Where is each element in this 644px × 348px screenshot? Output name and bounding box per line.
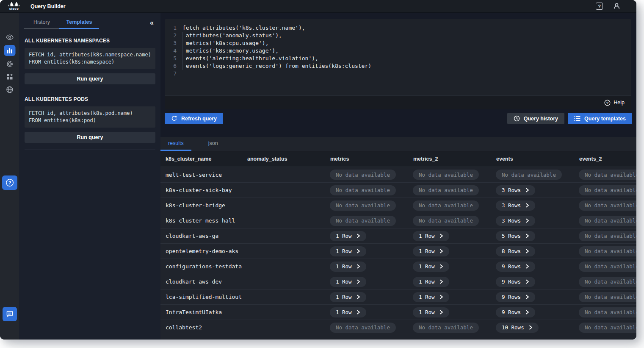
rows-drilldown-pill[interactable]: 1 Row (413, 292, 449, 302)
rows-drilldown-pill[interactable]: 1 Row (413, 262, 449, 272)
cluster-name-cell: configurations-testdata (160, 263, 242, 270)
editor-line[interactable]: 1fetch attributes('k8s.cluster.name'), (165, 24, 631, 32)
no-data-pill: No data available (413, 185, 479, 195)
data-cell: 3 Rows (491, 185, 574, 195)
rows-count-label: 1 Row (336, 233, 352, 239)
editor-line[interactable]: 4 metrics('k8s:memory.usage'), (165, 47, 631, 55)
gear-icon[interactable] (6, 60, 14, 68)
rows-drilldown-pill[interactable]: 9 Rows (496, 277, 535, 287)
data-cell: 1 Row (325, 262, 408, 272)
rows-drilldown-pill[interactable]: 3 Rows (496, 200, 535, 211)
help-circle-icon[interactable]: ? (2, 175, 17, 190)
editor-line[interactable]: 5 events('alerting:healthrule.violation'… (165, 55, 631, 62)
refresh-icon (171, 115, 177, 122)
editor-line[interactable]: 6 events('logs:generic_record') from ent… (165, 62, 631, 70)
rows-drilldown-pill[interactable]: 9 Rows (496, 262, 535, 272)
template-title: ALL KUBERNETES NAMESPACES (25, 38, 155, 44)
rows-drilldown-pill[interactable]: 8 Rows (496, 246, 535, 256)
no-data-pill: No data available (496, 170, 562, 180)
query-editor: 1fetch attributes('k8s.cluster.name'),2 … (165, 19, 631, 109)
no-data-pill: No data available (413, 170, 479, 180)
dashboard-add-icon[interactable] (6, 73, 13, 80)
feedback-chat-icon[interactable] (3, 307, 17, 321)
rows-drilldown-pill[interactable]: 1 Row (330, 292, 366, 302)
data-cell: No data available (574, 246, 636, 256)
editor-code[interactable]: 1fetch attributes('k8s.cluster.name'),2 … (165, 19, 631, 95)
refresh-query-button[interactable]: Refresh query (165, 113, 223, 124)
rows-drilldown-pill[interactable]: 1 Row (413, 277, 449, 287)
help-box-icon[interactable]: ? (596, 3, 603, 10)
data-cell: 1 Row (408, 307, 491, 317)
rows-drilldown-pill[interactable]: 1 Row (413, 231, 449, 241)
query-templates-button[interactable]: Query templates (568, 113, 632, 124)
table-row: cloudkart-aws-dev1 Row1 Row9 RowsNo data… (160, 274, 636, 289)
rows-drilldown-pill[interactable]: 9 Rows (496, 292, 535, 302)
rows-drilldown-pill[interactable]: 1 Row (413, 246, 449, 256)
tab-results[interactable]: results (160, 137, 191, 151)
data-cell: No data available (574, 277, 636, 287)
data-cell: 10 Rows (491, 323, 574, 333)
code-text: events('logs:generic_record') from entit… (182, 62, 371, 70)
no-data-pill: No data available (579, 292, 636, 302)
collapse-panel-chevrons[interactable]: « (150, 19, 155, 29)
editor-footer: ? Help (165, 95, 631, 109)
sidebar-item-query-builder[interactable] (4, 45, 15, 56)
no-data-pill: No data available (330, 185, 396, 195)
tab-json[interactable]: json (201, 137, 226, 151)
data-cell: No data available (574, 185, 636, 195)
editor-line[interactable]: 2 attributes('anomaly.status'), (165, 32, 631, 39)
chevron-right-icon (525, 295, 529, 299)
user-icon[interactable] (613, 3, 620, 10)
panel-divider (25, 150, 155, 150)
editor-line[interactable]: 7 (165, 70, 631, 78)
chevron-right-icon (357, 279, 360, 284)
editor-line[interactable]: 3 metrics('k8s:cpu.usage'), (165, 39, 631, 47)
bar-chart-icon (7, 48, 13, 53)
rows-count-label: 9 Rows (502, 309, 521, 315)
rows-drilldown-pill[interactable]: 1 Row (330, 262, 366, 272)
code-text: events('alerting:healthrule.violation'), (182, 55, 318, 62)
template-query-snippet: FETCH id, attributes(k8s.namespace.name)… (25, 48, 155, 69)
data-cell: 1 Row (408, 231, 491, 241)
data-cell: 1 Row (325, 292, 408, 302)
chevron-right-icon (525, 234, 529, 238)
chevron-right-icon (357, 310, 360, 315)
tab-templates[interactable]: Templates (59, 17, 99, 29)
rows-drilldown-pill[interactable]: 1 Row (330, 277, 366, 287)
query-history-button[interactable]: Query history (507, 113, 564, 124)
data-cell: No data available (574, 170, 636, 180)
globe-icon[interactable] (6, 86, 13, 93)
rows-drilldown-pill[interactable]: 10 Rows (496, 323, 539, 333)
data-cell: No data available (325, 170, 408, 180)
chevron-right-icon (525, 264, 529, 269)
rows-drilldown-pill[interactable]: 1 Row (330, 231, 366, 241)
rows-drilldown-pill[interactable]: 3 Rows (496, 185, 535, 195)
rows-drilldown-pill[interactable]: 1 Row (413, 307, 449, 317)
rows-drilldown-pill[interactable]: 3 Rows (496, 216, 535, 226)
data-cell: No data available (325, 216, 408, 226)
run-query-button[interactable]: Run query (25, 73, 155, 84)
rows-drilldown-pill[interactable]: 5 Rows (496, 231, 535, 241)
table-row: k8s-cluster-mess-hallNo data availableNo… (160, 213, 636, 228)
tab-history[interactable]: History (24, 17, 59, 29)
page-title: Query Builder (30, 3, 66, 9)
data-cell: No data available (408, 216, 491, 226)
rows-drilldown-pill[interactable]: 9 Rows (496, 307, 535, 317)
help-link[interactable]: Help (614, 100, 625, 106)
data-cell: No data available (325, 323, 408, 333)
rows-drilldown-pill[interactable]: 1 Row (330, 307, 366, 317)
templates-panel: History Templates « ALL KUBERNETES NAMES… (19, 13, 160, 340)
data-cell: 9 Rows (491, 277, 574, 287)
run-query-button[interactable]: Run query (25, 132, 155, 143)
data-cell: 1 Row (408, 246, 491, 256)
data-cell: 9 Rows (491, 292, 574, 302)
data-cell: No data available (325, 185, 408, 195)
chevron-right-icon (357, 295, 360, 299)
no-data-pill: No data available (579, 231, 636, 241)
chevron-right-icon (525, 279, 529, 284)
help-circle-icon: ? (604, 100, 611, 106)
line-number: 4 (165, 47, 182, 55)
no-data-pill: No data available (330, 323, 396, 333)
rows-drilldown-pill[interactable]: 1 Row (330, 246, 366, 256)
eye-icon[interactable] (6, 34, 14, 40)
